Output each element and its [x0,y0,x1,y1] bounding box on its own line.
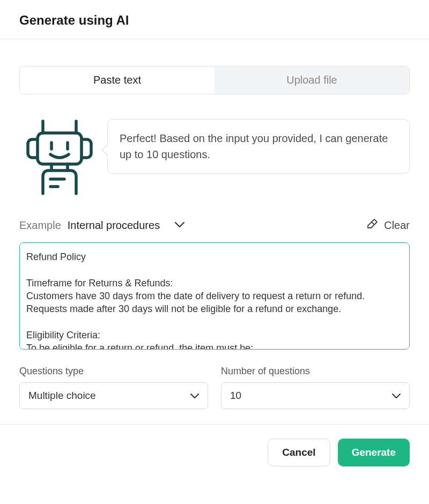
cancel-button[interactable]: Cancel [268,439,330,466]
cancel-button-label: Cancel [282,447,315,458]
modal-header: Generate using AI [0,0,429,39]
input-mode-tabs: Paste text Upload file [19,66,410,94]
svg-line-9 [372,222,374,225]
options-row: Questions type Multiple choice Number of… [19,366,410,409]
questions-type-value: Multiple choice [28,390,96,402]
questions-type-select[interactable]: Multiple choice [19,382,208,409]
generate-button-label: Generate [352,447,396,458]
generate-button[interactable]: Generate [338,439,410,466]
tab-upload-file-label: Upload file [286,74,337,86]
example-label: Example [19,219,61,232]
svg-rect-2 [38,133,82,164]
number-of-questions-field: Number of questions 10 [221,366,410,409]
clear-button[interactable]: Clear [366,218,410,233]
tab-paste-text[interactable]: Paste text [20,66,214,94]
clear-label: Clear [384,219,410,232]
input-textarea-wrap [19,242,410,352]
example-selector[interactable]: Example Internal procedures [19,219,184,232]
questions-type-label: Questions type [19,366,208,377]
chevron-down-icon [175,220,184,230]
chevron-down-icon [190,390,199,402]
number-of-questions-select[interactable]: 10 [221,382,410,409]
chevron-down-icon [392,390,401,402]
modal-footer: Cancel Generate [0,424,429,480]
questions-type-field: Questions type Multiple choice [19,366,208,409]
number-of-questions-label: Number of questions [221,366,410,377]
page-title: Generate using AI [19,13,410,28]
eraser-icon [366,218,379,233]
example-value: Internal procedures [68,219,160,232]
assistant-speech-bubble: Perfect! Based on the input you provided… [107,119,410,174]
modal-content: Paste text Upload file [0,39,429,424]
assistant-message: Perfect! Based on the input you provided… [120,132,388,160]
source-text-input[interactable] [19,242,410,350]
example-row: Example Internal procedures Clear [19,218,410,233]
assistant-row: Perfect! Based on the input you provided… [19,116,410,198]
tab-upload-file[interactable]: Upload file [214,66,409,94]
tab-paste-text-label: Paste text [93,74,141,86]
robot-icon [19,116,100,198]
number-of-questions-value: 10 [230,390,241,402]
